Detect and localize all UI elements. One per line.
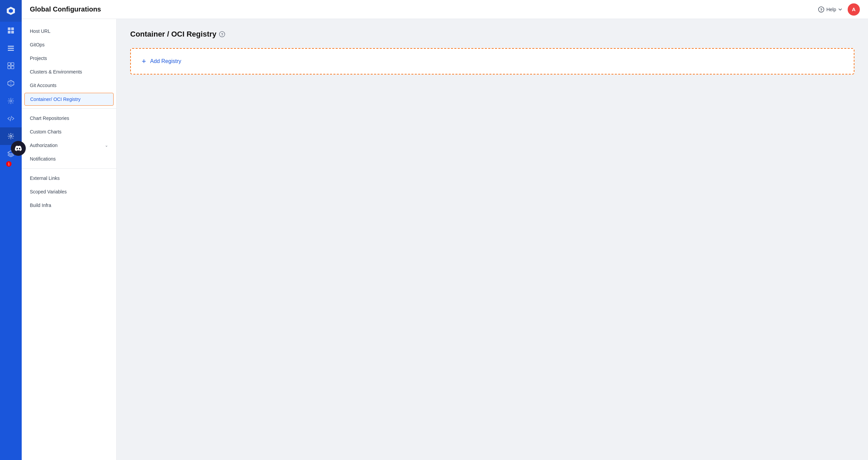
svg-rect-2 bbox=[8, 31, 11, 34]
sidebar-item-git-accounts[interactable]: Git Accounts bbox=[22, 79, 116, 92]
icon-rail: 1 bbox=[0, 0, 22, 460]
dashboard-icon[interactable] bbox=[0, 22, 22, 39]
svg-rect-8 bbox=[11, 63, 14, 65]
sidebar-item-notifications[interactable]: Notifications bbox=[22, 152, 116, 166]
svg-point-11 bbox=[10, 100, 12, 102]
page-title: Global Configurations bbox=[30, 5, 101, 13]
page-heading: Container / OCI Registry ? bbox=[130, 30, 854, 39]
apps-icon[interactable] bbox=[0, 39, 22, 57]
svg-text:?: ? bbox=[221, 33, 223, 37]
help-label: Help bbox=[826, 7, 836, 12]
sidebar-item-container-oci-registry[interactable]: Container/ OCI Registry bbox=[24, 93, 114, 106]
svg-rect-10 bbox=[11, 66, 14, 69]
add-registry-label: Add Registry bbox=[150, 58, 181, 64]
add-plus-icon: + bbox=[142, 57, 146, 66]
sidebar-item-gitops[interactable]: GitOps bbox=[22, 38, 116, 51]
main-wrapper: Global Configurations ? Help A Host URL bbox=[22, 0, 868, 460]
page-content: Container / OCI Registry ? + Add Registr… bbox=[117, 19, 868, 460]
svg-rect-1 bbox=[11, 27, 14, 30]
content-area: Host URL GitOps Projects Clusters & Envi… bbox=[22, 19, 868, 460]
svg-text:?: ? bbox=[820, 8, 823, 12]
discord-notification-badge: 1 bbox=[6, 161, 12, 167]
svg-rect-3 bbox=[11, 31, 14, 34]
svg-point-12 bbox=[10, 135, 12, 137]
sidebar-item-host-url[interactable]: Host URL bbox=[22, 24, 116, 38]
sidebar-item-clusters-environments[interactable]: Clusters & Environments bbox=[22, 65, 116, 79]
user-avatar[interactable]: A bbox=[848, 3, 860, 16]
sidebar-item-build-infra[interactable]: Build Infra bbox=[22, 198, 116, 212]
header-right: ? Help A bbox=[818, 3, 860, 16]
cube-icon[interactable] bbox=[0, 75, 22, 92]
add-registry-button[interactable]: + Add Registry bbox=[130, 48, 854, 75]
svg-rect-0 bbox=[8, 27, 11, 30]
chevron-down-icon: ⌄ bbox=[105, 143, 108, 148]
sidebar-item-external-links[interactable]: External Links bbox=[22, 171, 116, 185]
info-icon: ? bbox=[219, 31, 225, 38]
svg-rect-6 bbox=[8, 50, 14, 51]
logo[interactable] bbox=[0, 0, 22, 22]
grid2-icon[interactable] bbox=[0, 57, 22, 75]
sidebar-item-custom-charts[interactable]: Custom Charts bbox=[22, 125, 116, 139]
svg-rect-9 bbox=[8, 66, 11, 69]
svg-rect-7 bbox=[8, 63, 11, 65]
sidebar-item-chart-repositories[interactable]: Chart Repositories bbox=[22, 111, 116, 125]
help-button[interactable]: ? Help bbox=[818, 6, 842, 13]
top-header: Global Configurations ? Help A bbox=[22, 0, 868, 19]
svg-rect-4 bbox=[8, 46, 14, 47]
sidebar-item-scoped-variables[interactable]: Scoped Variables bbox=[22, 185, 116, 198]
gear-rail-icon[interactable] bbox=[0, 92, 22, 110]
sidebar-item-authorization[interactable]: Authorization ⌄ bbox=[22, 139, 116, 152]
code-rail-icon[interactable] bbox=[0, 110, 22, 127]
sidebar-divider-1 bbox=[22, 108, 116, 109]
sidebar-item-projects[interactable]: Projects bbox=[22, 51, 116, 65]
svg-rect-5 bbox=[8, 48, 14, 49]
sidebar-divider-2 bbox=[22, 168, 116, 169]
sidebar: Host URL GitOps Projects Clusters & Envi… bbox=[22, 19, 117, 460]
